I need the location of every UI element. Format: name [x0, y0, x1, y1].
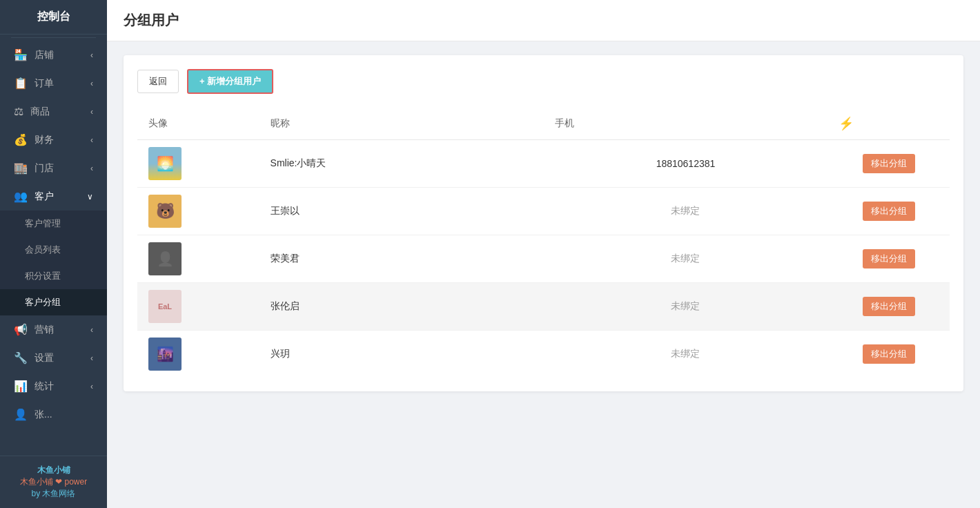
avatar: 👤: [148, 242, 182, 275]
sidebar-item-store[interactable]: 🏪 店铺 ‹: [0, 41, 107, 69]
sidebar-item-statistics[interactable]: 📊 统计 ‹: [0, 372, 107, 400]
user-action-cell: 移出分组: [827, 283, 950, 331]
sidebar-item-order[interactable]: 📋 订单 ‹: [0, 69, 107, 97]
goods-arrow: ‹: [90, 107, 93, 117]
table-row: 🌆兴玥未绑定移出分组: [137, 331, 950, 378]
order-arrow: ‹: [90, 79, 93, 88]
sidebar-logo: 控制台: [0, 0, 107, 35]
user-nickname: Smlie:小晴天: [259, 140, 544, 188]
footer-power-text: 木鱼小铺: [20, 477, 53, 487]
sidebar-label-statistics: 统计: [35, 380, 54, 393]
customer-submenu: 客户管理 会员列表 积分设置 客户分组: [0, 211, 107, 315]
finance-arrow: ‹: [90, 135, 93, 145]
sidebar-item-user[interactable]: 👤 张...: [0, 400, 107, 429]
user-action-cell: 移出分组: [827, 188, 950, 235]
table-row: 👤荣美君未绑定移出分组: [137, 235, 950, 283]
branch-icon: 🏬: [14, 162, 28, 175]
marketing-arrow: ‹: [90, 325, 93, 335]
move-out-button[interactable]: 移出分组: [863, 202, 915, 221]
sidebar-item-customer[interactable]: 👥 客户 ∨: [0, 182, 107, 211]
sidebar-label-finance: 财务: [35, 134, 54, 146]
user-phone: 未绑定: [544, 188, 828, 235]
table-row: 🐻王崇以未绑定移出分组: [137, 188, 950, 235]
store-arrow: ‹: [90, 50, 93, 60]
sidebar-label-customer: 客户: [35, 190, 54, 203]
sidebar-subitem-customer-manage[interactable]: 客户管理: [0, 211, 107, 237]
user-icon: 👤: [14, 408, 28, 421]
move-out-button[interactable]: 移出分组: [863, 344, 915, 364]
back-button[interactable]: 返回: [137, 70, 179, 93]
table-row: 🌅Smlie:小晴天18810612381移出分组: [137, 140, 950, 188]
sidebar-label-store: 店铺: [35, 49, 54, 61]
sidebar-footer: 木鱼小铺 木鱼小铺 ❤ power by 木鱼网络: [0, 456, 107, 508]
toolbar: 返回 + 新增分组用户: [137, 69, 950, 94]
order-icon: 📋: [14, 77, 28, 90]
user-nickname: 王崇以: [259, 188, 544, 235]
sidebar-label-user: 张...: [35, 409, 52, 421]
sidebar-label-settings: 设置: [35, 352, 54, 364]
branch-arrow: ‹: [90, 164, 93, 173]
sidebar-item-settings[interactable]: 🔧 设置 ‹: [0, 344, 107, 372]
page-title: 分组用户: [124, 12, 179, 28]
user-nickname: 荣美君: [259, 235, 544, 283]
add-group-user-button[interactable]: + 新增分组用户: [187, 69, 273, 94]
statistics-icon: 📊: [14, 380, 28, 393]
finance-icon: 💰: [14, 133, 28, 146]
user-phone: 未绑定: [544, 283, 828, 331]
footer-heart-icon: ❤: [55, 477, 62, 487]
col-header-nickname: 昵称: [259, 108, 544, 140]
page-header: 分组用户: [107, 0, 980, 41]
customer-arrow: ∨: [87, 192, 93, 202]
user-action-cell: 移出分组: [827, 331, 950, 378]
col-header-action: ⚡: [827, 108, 950, 140]
sidebar-item-marketing[interactable]: 📢 营销 ‹: [0, 315, 107, 344]
table-header-row: 头像 昵称 手机 ⚡: [137, 108, 950, 140]
sidebar: 控制台 🏪 店铺 ‹ 📋 订单 ‹ ⚖ 商品 ‹ 💰 财务 ‹ 🏬 门店 ‹ 👥…: [0, 0, 107, 508]
avatar: 🌅: [148, 147, 182, 180]
marketing-icon: 📢: [14, 323, 28, 336]
store-icon: 🏪: [14, 48, 28, 61]
table-row: EaL张伦启未绑定移出分组: [137, 283, 950, 331]
sidebar-subitem-points-setting[interactable]: 积分设置: [0, 263, 107, 289]
sidebar-label-order: 订单: [35, 77, 54, 90]
user-action-cell: 移出分组: [827, 235, 950, 283]
sidebar-subitem-member-list[interactable]: 会员列表: [0, 237, 107, 263]
avatar: 🐻: [148, 195, 182, 228]
goods-icon: ⚖: [14, 105, 23, 118]
footer-power: 木鱼小铺 ❤ power: [11, 476, 96, 488]
settings-icon: 🔧: [14, 351, 28, 364]
move-out-button[interactable]: 移出分组: [863, 297, 915, 316]
footer-by: by 木鱼网络: [11, 488, 96, 500]
sidebar-item-goods[interactable]: ⚖ 商品 ‹: [0, 97, 107, 126]
sidebar-label-branch: 门店: [35, 162, 54, 175]
sidebar-item-branch[interactable]: 🏬 门店 ‹: [0, 154, 107, 182]
user-phone: 未绑定: [544, 331, 828, 378]
move-out-button[interactable]: 移出分组: [863, 154, 915, 173]
move-out-button[interactable]: 移出分组: [863, 249, 915, 268]
content-area: 返回 + 新增分组用户 头像 昵称 手机 ⚡ 🌅Smlie:小晴天1881061…: [107, 41, 980, 508]
user-phone: 未绑定: [544, 235, 828, 283]
customer-icon: 👥: [14, 190, 28, 203]
statistics-arrow: ‹: [90, 382, 93, 391]
settings-arrow: ‹: [90, 353, 93, 363]
avatar: EaL: [148, 290, 182, 323]
member-list-label: 会员列表: [25, 244, 61, 255]
sidebar-subitem-customer-group[interactable]: 客户分组: [0, 289, 107, 315]
col-header-avatar: 头像: [137, 108, 259, 140]
sidebar-label-marketing: 营销: [35, 324, 54, 336]
sidebar-label-goods: 商品: [30, 106, 50, 118]
customer-manage-label: 客户管理: [25, 218, 61, 228]
logo-text: 控制台: [37, 10, 70, 22]
users-table: 头像 昵称 手机 ⚡ 🌅Smlie:小晴天18810612381移出分组🐻王崇以…: [137, 108, 950, 378]
footer-shop-name: 木鱼小铺: [11, 465, 96, 476]
avatar-text-eal: EaL: [158, 302, 172, 311]
user-action-cell: 移出分组: [827, 140, 950, 188]
main-card: 返回 + 新增分组用户 头像 昵称 手机 ⚡ 🌅Smlie:小晴天1881061…: [124, 55, 963, 391]
sidebar-item-finance[interactable]: 💰 财务 ‹: [0, 126, 107, 154]
user-nickname: 张伦启: [259, 283, 544, 331]
col-header-phone: 手机: [544, 108, 828, 140]
avatar: 🌆: [148, 338, 182, 371]
user-nickname: 兴玥: [259, 331, 544, 378]
user-phone: 18810612381: [544, 140, 828, 188]
lightning-icon: ⚡: [839, 117, 854, 130]
